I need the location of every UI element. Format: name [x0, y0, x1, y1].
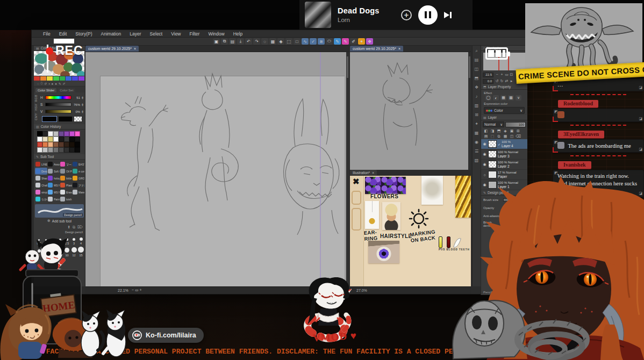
history-swatch[interactable]: [48, 131, 53, 136]
toolbar-icon[interactable]: ❖: [366, 38, 373, 45]
add-sub-tool-button[interactable]: ⊕ Add sub tool: [34, 218, 85, 224]
mixing-swatch[interactable]: [40, 76, 46, 81]
toolbar-icon[interactable]: ≋: [318, 38, 325, 45]
brush-size-action-icon[interactable]: ⬆: [67, 225, 70, 229]
sub-tool-item[interactable]: Plaste: [60, 182, 72, 189]
toolbar-icon[interactable]: ⬚: [285, 38, 292, 45]
mixing-swatch[interactable]: [66, 76, 71, 81]
history-swatch[interactable]: [37, 131, 42, 136]
menu-item[interactable]: Window: [204, 31, 228, 37]
layer-toolbar-icon[interactable]: ⬒: [496, 129, 502, 133]
history-swatch[interactable]: [75, 131, 80, 136]
menu-item[interactable]: Animation: [97, 31, 125, 37]
slider-stepper[interactable]: ▲▼: [81, 110, 84, 113]
history-swatch[interactable]: [42, 136, 48, 142]
menu-item[interactable]: Help: [230, 31, 246, 37]
toolbar-icon[interactable]: ✓: [310, 38, 317, 45]
close-tab-icon[interactable]: ×: [398, 47, 400, 51]
sub-tool-item[interactable]: bittle: [60, 175, 72, 182]
history-swatch[interactable]: [53, 131, 59, 136]
toolbar-icon[interactable]: ⤓: [237, 38, 244, 45]
mixing-swatch[interactable]: [53, 76, 59, 81]
slider-stepper[interactable]: ▲▼: [81, 103, 84, 106]
layer-toolbar-icon[interactable]: ⌫: [516, 134, 521, 139]
toolbar-icon[interactable]: ✎: [342, 38, 349, 45]
color-tool-icon[interactable]: ✐: [63, 82, 66, 85]
sub-tool-item[interactable]: Marw: [72, 189, 84, 196]
color-mode-label[interactable]: HSV: [34, 104, 38, 111]
sub-tool-item[interactable]: Assort: [47, 161, 60, 168]
main-color-swatch[interactable]: [42, 116, 57, 122]
sub-tool-item[interactable]: Sharp: [35, 175, 47, 182]
tab-color-set[interactable]: Color Set: [58, 88, 75, 92]
chat-username-badge[interactable]: 3EyedElkraven: [558, 131, 604, 138]
toolbar-icon[interactable]: ◌: [261, 38, 268, 45]
canvas-scrollbar[interactable]: [346, 52, 349, 286]
kofi-button[interactable]: Ko-fi.com/lilaira: [128, 328, 204, 343]
layer-toolbar-icon[interactable]: ▦: [503, 134, 508, 139]
layer-toolbar-icon[interactable]: ◫: [509, 134, 514, 139]
layer-toolbar-icon[interactable]: ▣: [509, 129, 514, 133]
dock-icon[interactable]: ◉: [475, 140, 478, 145]
chat-username-badge[interactable]: Ivanishek: [558, 161, 591, 169]
navigator-rotate-icon[interactable]: ↺: [495, 79, 499, 83]
navigator-rotate-icon[interactable]: ▸: [509, 79, 514, 83]
navigator-zoom-value[interactable]: 22.5: [483, 73, 493, 77]
dock-icon[interactable]: ⊞: [475, 113, 478, 117]
color-mode-label[interactable]: CMY: [34, 113, 38, 120]
dock-icon[interactable]: ☰: [475, 149, 478, 154]
history-swatch[interactable]: [64, 136, 69, 142]
history-swatch[interactable]: [75, 142, 80, 147]
pause-button[interactable]: [418, 5, 438, 25]
layer-toolbar-icon[interactable]: ◈: [503, 129, 508, 133]
toolbar-icon[interactable]: ⬭: [326, 38, 333, 45]
slider-stepper[interactable]: ▲▼: [81, 96, 84, 99]
history-swatch[interactable]: [48, 136, 53, 142]
dock-icon[interactable]: ♪: [476, 95, 478, 99]
toolbar-icon[interactable]: ✎: [334, 38, 341, 45]
close-tab-icon[interactable]: ×: [372, 171, 374, 175]
layer-toolbar-icon[interactable]: ⬚: [490, 134, 495, 139]
expression-color-dropdown[interactable]: Color ∨: [484, 107, 525, 114]
sub-tool-item[interactable]: MS Ne: [47, 182, 60, 189]
history-swatch[interactable]: [37, 136, 42, 142]
slider-track[interactable]: [45, 96, 71, 99]
navigator-rotate-icon[interactable]: ↻: [499, 79, 504, 83]
effect-icon[interactable]: ◯: [485, 95, 491, 100]
sub-tool-item[interactable]: è com: [72, 168, 84, 175]
history-swatch[interactable]: [37, 142, 42, 147]
next-track-button[interactable]: [444, 12, 452, 18]
slider-track[interactable]: [45, 110, 71, 113]
history-swatch[interactable]: [48, 147, 53, 153]
moodboard-tab[interactable]: Illustration* ×: [350, 170, 377, 175]
chat-username-badge[interactable]: Rodentblood: [558, 100, 598, 107]
tab-color-slider[interactable]: Color Slider: [35, 88, 56, 92]
layer-toolbar-icon[interactable]: ◨: [490, 129, 495, 133]
navigator-zoom-icon[interactable]: ⊡: [509, 73, 514, 77]
layer-toolbar-icon[interactable]: ⧉: [496, 134, 502, 139]
history-swatch[interactable]: [69, 142, 75, 147]
color-tool-icon[interactable]: ↺: [44, 82, 47, 85]
dock-icon[interactable]: ▤: [475, 58, 479, 62]
layer-row[interactable]: ◉ 100 % Normal Layer 3: [481, 149, 527, 160]
sub-tool-item[interactable]: GRON: [72, 175, 84, 182]
navigator-zoom-icon[interactable]: −: [495, 73, 499, 77]
dock-icon[interactable]: ▦: [475, 131, 479, 135]
toolbar-icon[interactable]: ⧉: [221, 38, 228, 45]
color-tool-icon[interactable]: ⬯: [41, 82, 43, 85]
dock-icon[interactable]: ✦: [475, 122, 478, 126]
layer-row[interactable]: ◉ 100 % Normal Layer 2: [481, 160, 527, 170]
toolbar-icon[interactable]: □: [294, 38, 300, 45]
sub-tool-item[interactable]: Painte: [47, 196, 60, 203]
sub-tool-item[interactable]: LINER: [35, 161, 47, 168]
dock-icon[interactable]: ⬒: [475, 76, 479, 81]
menu-item[interactable]: Select: [146, 31, 167, 37]
history-swatch[interactable]: [53, 136, 59, 142]
history-swatch[interactable]: [42, 147, 48, 153]
menu-item[interactable]: Edit: [55, 31, 71, 37]
navigator-rotate-value[interactable]: 0.0: [483, 79, 493, 84]
layer-opacity-bar[interactable]: 100: [505, 122, 526, 127]
sub-tool-item[interactable]: Chalky: [35, 182, 47, 189]
dock-icon[interactable]: ▥: [475, 104, 479, 108]
menu-item[interactable]: Filter: [186, 31, 204, 37]
